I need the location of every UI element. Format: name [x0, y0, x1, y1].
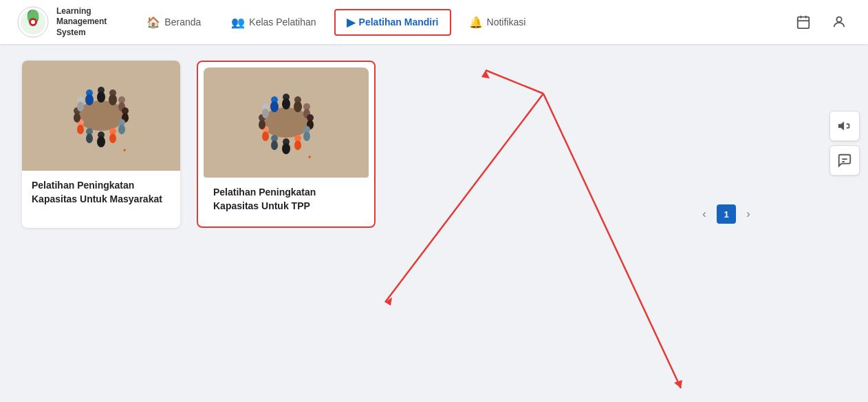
card-1-title: Pelatihan Peningkatan Kapasitas Untuk Ma…: [22, 171, 180, 214]
svg-point-32: [74, 113, 80, 123]
floating-buttons: [829, 111, 860, 176]
users-icon: 👥: [231, 16, 245, 29]
svg-point-24: [109, 134, 116, 143]
svg-point-36: [85, 94, 94, 105]
nav-links: 🏠 Beranda 👥 Kelas Pelatihan ▶ Pelatihan …: [134, 9, 791, 36]
current-page: 1: [717, 204, 736, 224]
svg-text:✦: ✦: [122, 147, 127, 154]
bell-icon: 🔔: [469, 16, 483, 29]
svg-point-5: [31, 20, 35, 24]
svg-point-43: [294, 101, 302, 112]
nav-beranda[interactable]: 🏠 Beranda: [134, 9, 213, 36]
svg-point-10: [836, 17, 841, 22]
svg-point-51: [294, 140, 301, 150]
logo-text: Learning Management System: [56, 6, 107, 39]
user-button[interactable]: [827, 10, 851, 34]
svg-point-22: [118, 125, 125, 134]
card-2[interactable]: ✦ Pelatihan Peningkatan Kapasitas Untuk …: [204, 67, 369, 221]
svg-point-61: [262, 109, 269, 118]
svg-marker-68: [385, 297, 392, 306]
svg-point-28: [86, 134, 93, 143]
chat-button[interactable]: [829, 145, 860, 176]
cards-grid: ✦ Pelatihan Peningkatan Kapasitas Untuk …: [22, 61, 846, 228]
logo-area: Learning Management System: [17, 6, 107, 39]
svg-text:✦: ✦: [307, 154, 312, 160]
svg-point-26: [97, 136, 105, 147]
card-2-title: Pelatihan Peningkatan Kapasitas Untuk TP…: [204, 178, 369, 221]
calendar-button[interactable]: [791, 10, 816, 34]
svg-point-12: [77, 100, 125, 131]
svg-point-63: [270, 101, 279, 112]
nav-kelas-pelatihan[interactable]: 👥 Kelas Pelatihan: [219, 9, 328, 36]
svg-point-53: [282, 143, 290, 154]
svg-point-59: [259, 120, 265, 129]
svg-point-49: [303, 131, 310, 141]
svg-point-57: [262, 131, 269, 141]
card-2-image: ✦: [204, 67, 369, 178]
logo-icon: [17, 6, 50, 39]
svg-marker-70: [674, 380, 682, 388]
navbar: Learning Management System 🏠 Beranda 👥 K…: [0, 0, 868, 44]
pagination-area: ‹ 1 ›: [695, 204, 758, 224]
nav-notifikasi[interactable]: 🔔 Notifikasi: [457, 9, 539, 36]
play-icon: ▶: [347, 16, 355, 29]
svg-point-30: [77, 125, 84, 134]
svg-point-55: [271, 140, 278, 150]
svg-point-39: [262, 107, 310, 138]
prev-page-button[interactable]: ‹: [695, 204, 714, 224]
next-page-button[interactable]: ›: [739, 204, 758, 224]
nav-pelatihan-mandiri[interactable]: ▶ Pelatihan Mandiri: [334, 9, 451, 36]
volume-button[interactable]: [829, 111, 860, 141]
card-1-image: ✦: [22, 61, 180, 171]
card-1[interactable]: ✦ Pelatihan Peningkatan Kapasitas Untuk …: [22, 61, 180, 228]
svg-marker-71: [838, 122, 844, 131]
svg-point-16: [109, 94, 117, 105]
svg-rect-6: [798, 17, 810, 28]
card-2-wrapper[interactable]: ✦ Pelatihan Peningkatan Kapasitas Untuk …: [197, 61, 376, 228]
main-content: ✦ Pelatihan Peningkatan Kapasitas Untuk …: [0, 44, 868, 244]
svg-point-14: [97, 92, 105, 103]
svg-point-41: [282, 98, 290, 109]
home-icon: 🏠: [147, 16, 160, 29]
svg-point-34: [77, 102, 84, 112]
nav-right: [791, 10, 851, 34]
